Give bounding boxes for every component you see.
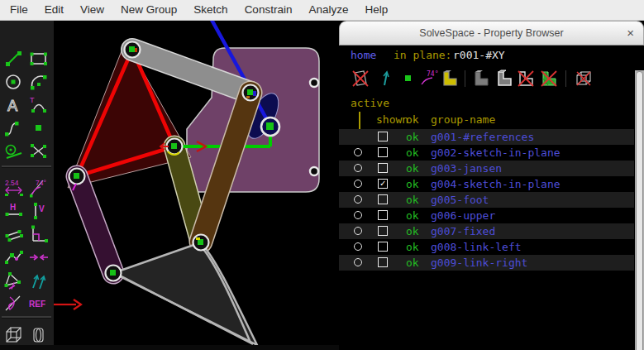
- group-name-link[interactable]: g002-sketch-in-plane: [431, 145, 561, 161]
- shown-checkbox[interactable]: [378, 210, 388, 220]
- group-column-header: group-name: [431, 113, 495, 126]
- plane-link[interactable]: r001-#XY: [453, 48, 505, 63]
- shown-checkbox[interactable]: [378, 226, 388, 236]
- hidden-lines-toggle-icon[interactable]: [574, 69, 594, 89]
- point-tool-icon[interactable]: [28, 117, 50, 139]
- toolbar-divider: [2, 165, 51, 168]
- outlines-toggle-icon[interactable]: [516, 69, 536, 89]
- active-radio[interactable]: [354, 227, 362, 235]
- svg-text:2.54: 2.54: [5, 179, 19, 187]
- group-name-link[interactable]: g001-#references: [431, 129, 534, 145]
- equal-constraint-icon[interactable]: [3, 270, 25, 291]
- ok-column-header: ok: [406, 113, 419, 126]
- workplanes-toggle-icon[interactable]: [351, 69, 370, 89]
- window-title: SolveSpace - Property Browser: [419, 27, 563, 39]
- circle-tool-icon[interactable]: [3, 71, 25, 93]
- shown-checkbox[interactable]: [378, 132, 388, 141]
- menu-file[interactable]: File: [2, 0, 36, 20]
- shown-checkbox[interactable]: [378, 242, 388, 252]
- edges-view-icon[interactable]: [494, 69, 514, 89]
- ok-status: ok: [406, 161, 419, 176]
- parallel-constraint-icon[interactable]: [3, 223, 25, 245]
- active-radio[interactable]: [354, 258, 362, 266]
- model-canvas[interactable]: [54, 20, 339, 350]
- shown-checkbox[interactable]: [378, 163, 388, 173]
- normals-toggle-icon[interactable]: [375, 69, 395, 89]
- ok-status: ok: [406, 145, 419, 161]
- active-radio[interactable]: [354, 148, 362, 156]
- group-name-link[interactable]: g003-jansen: [431, 161, 502, 176]
- constraints-toggle-icon[interactable]: 74°: [419, 69, 439, 89]
- symmetric-constraint-icon[interactable]: [28, 247, 50, 268]
- group-row: ok g002-sketch-in-plane: [339, 145, 634, 161]
- menu-new-group[interactable]: New Group: [112, 0, 185, 20]
- active-radio[interactable]: [354, 164, 362, 172]
- joint-crank-center: [261, 117, 279, 136]
- active-radio[interactable]: [354, 211, 362, 219]
- scrollbar[interactable]: [635, 70, 644, 350]
- perpendicular-constraint-icon[interactable]: [28, 223, 50, 245]
- horizontal-constraint-icon[interactable]: H: [3, 200, 25, 222]
- close-icon[interactable]: ×: [627, 26, 634, 41]
- menu-sketch[interactable]: Sketch: [185, 0, 236, 20]
- svg-text:74°: 74°: [427, 70, 438, 78]
- points-toggle-icon[interactable]: [398, 69, 418, 89]
- extrude-group-icon[interactable]: [3, 324, 25, 346]
- svg-text:74°: 74°: [36, 179, 46, 187]
- menu-edit[interactable]: Edit: [36, 0, 72, 20]
- group-name-link[interactable]: g006-upper: [431, 208, 495, 223]
- menu-analyze[interactable]: Analyze: [300, 0, 356, 20]
- ok-status: ok: [406, 239, 419, 255]
- ok-status: ok: [406, 223, 419, 239]
- group-name-link[interactable]: g007-fixed: [431, 223, 495, 239]
- home-link[interactable]: home: [351, 48, 376, 63]
- shown-checkbox[interactable]: [378, 194, 388, 204]
- svg-text:T: T: [30, 96, 35, 104]
- ok-status: ok: [406, 176, 419, 192]
- shown-checkbox[interactable]: [378, 257, 388, 267]
- active-radio[interactable]: [354, 242, 362, 251]
- oriented-same-constraint-icon[interactable]: [28, 270, 50, 291]
- rectangle-tool-icon[interactable]: [28, 48, 50, 70]
- angle-constraint-icon[interactable]: 74°: [28, 177, 50, 199]
- property-browser-body: home in plane: r001-#XY 74° active sho: [339, 46, 644, 350]
- property-browser-window: SolveSpace - Property Browser × home in …: [339, 21, 644, 350]
- group-name-link[interactable]: g008-link-left: [431, 239, 522, 255]
- mesh-toggle-icon[interactable]: [539, 69, 559, 89]
- shown-column-header: shown: [376, 113, 408, 126]
- menu-help[interactable]: Help: [356, 0, 396, 20]
- scrollbar-thumb[interactable]: [636, 71, 643, 350]
- text-tool-icon[interactable]: A: [3, 94, 25, 116]
- vertical-constraint-icon[interactable]: V: [28, 200, 50, 222]
- group-name-link[interactable]: g004-sketch-in-plane: [431, 176, 561, 192]
- bezier-tool-icon[interactable]: [3, 117, 25, 139]
- foot-link[interactable]: [113, 242, 257, 345]
- shown-checkbox[interactable]: ✓: [378, 179, 388, 189]
- shown-checkbox[interactable]: [378, 147, 388, 157]
- ttf-text-tool-icon[interactable]: T: [28, 94, 50, 116]
- menu-constrain[interactable]: Constrain: [236, 0, 301, 20]
- split-curves-tool-icon[interactable]: [28, 141, 50, 162]
- reference-dimension-icon[interactable]: REF: [28, 293, 50, 314]
- lathe-group-icon[interactable]: [28, 324, 50, 346]
- arc-tool-icon[interactable]: [28, 71, 50, 93]
- on-entity-constraint-icon[interactable]: [3, 247, 25, 268]
- svg-text:A: A: [7, 97, 18, 114]
- active-radio[interactable]: [354, 180, 362, 188]
- group-row: ok g005-foot: [339, 192, 634, 208]
- group-name-link[interactable]: g009-link-right: [431, 255, 527, 271]
- toolbar-separator: [465, 70, 465, 87]
- other-angle-constraint-icon[interactable]: [3, 293, 25, 314]
- joint: [193, 235, 209, 251]
- menu-view[interactable]: View: [72, 0, 112, 20]
- joint: [243, 85, 259, 101]
- shaded-view-icon[interactable]: [471, 69, 491, 89]
- in-plane-label: in plane:: [394, 48, 451, 63]
- line-tool-icon[interactable]: [3, 48, 25, 70]
- group-name-link[interactable]: g005-foot: [431, 192, 489, 208]
- faces-toggle-icon[interactable]: [440, 69, 460, 89]
- construction-tool-icon[interactable]: [3, 141, 25, 162]
- active-radio[interactable]: [354, 195, 362, 204]
- property-browser-titlebar[interactable]: SolveSpace - Property Browser ×: [339, 21, 644, 46]
- distance-constraint-icon[interactable]: 2.54: [3, 177, 25, 199]
